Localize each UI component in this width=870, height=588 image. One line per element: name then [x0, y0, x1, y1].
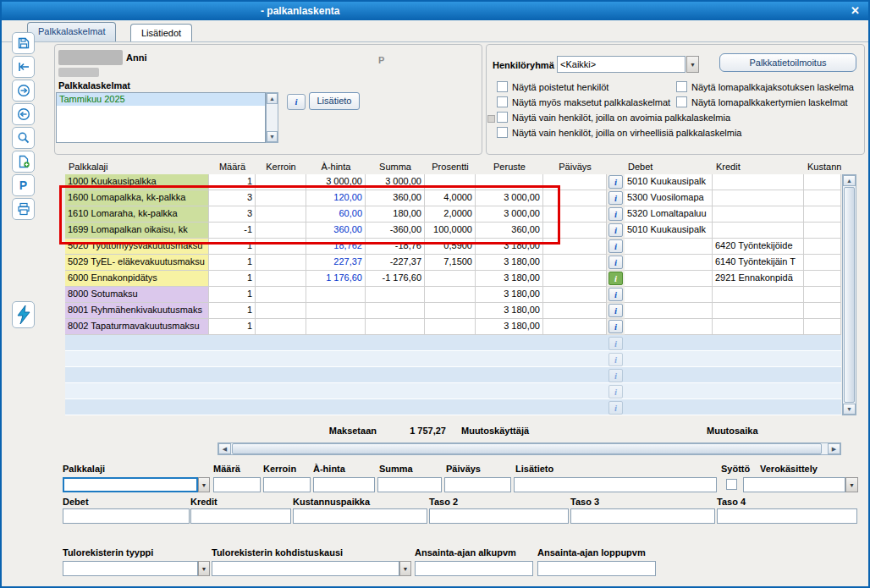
- lightning-button[interactable]: [12, 301, 35, 328]
- row-info-button[interactable]: i: [608, 256, 623, 269]
- checkbox-icon[interactable]: [676, 81, 687, 92]
- scroll-down-icon[interactable]: ▼: [267, 131, 278, 142]
- empty-table-row[interactable]: i: [65, 399, 841, 415]
- form-summa-input[interactable]: [377, 477, 442, 492]
- checkbox-icon[interactable]: [497, 112, 508, 123]
- row-info-button[interactable]: i: [608, 272, 623, 285]
- form-ansainta-alkupvm-input[interactable]: [415, 561, 533, 576]
- form-paivays-input[interactable]: [444, 477, 511, 492]
- row-info-button[interactable]: i: [608, 304, 623, 317]
- checkbox-lomapalkkakertymat[interactable]: Näytä lomapalkkakertymien laskelmat: [676, 96, 848, 107]
- table-row[interactable]: 1699 Lomapalkan oikaisu, kk-1360,00-360,…: [65, 223, 841, 239]
- form-tulorekisterin-tyyppi-select[interactable]: [63, 561, 198, 576]
- table-vertical-scrollbar[interactable]: ▲ ▼: [842, 174, 856, 415]
- print-button[interactable]: [12, 198, 35, 220]
- form-tulorekisterin-kohdistuskausi-select[interactable]: [212, 561, 399, 576]
- checkbox-icon[interactable]: [676, 96, 687, 107]
- scroll-up-icon[interactable]: ▲: [843, 175, 856, 186]
- row-info-button[interactable]: i: [608, 207, 623, 221]
- table-row[interactable]: 8000 Sotumaksu13 180,00i: [65, 287, 841, 303]
- row-info-button[interactable]: i: [608, 288, 623, 301]
- table-horizontal-scrollbar[interactable]: ◀ ▶: [218, 442, 841, 455]
- column-header[interactable]: Kustannu: [804, 161, 841, 174]
- lisatieto-button[interactable]: Lisätieto: [309, 92, 360, 110]
- scrollbar-thumb[interactable]: [844, 187, 855, 403]
- back-button[interactable]: [12, 103, 35, 125]
- table-row[interactable]: 1000 Kuukausipalkka13 000,003 000,00i501…: [65, 174, 841, 190]
- scroll-right-icon[interactable]: ▶: [828, 443, 840, 454]
- form-kerroin-input[interactable]: [263, 477, 311, 492]
- form-ahinta-input[interactable]: [313, 477, 375, 492]
- empty-table-row[interactable]: i: [65, 335, 841, 351]
- p-button[interactable]: P: [12, 174, 35, 196]
- table-row[interactable]: 6000 Ennakonpidätys11 176,60-1 176,603 1…: [65, 271, 841, 287]
- save-button[interactable]: [12, 32, 35, 54]
- tab-palkkalaskelmat[interactable]: Palkkalaskelmat: [27, 22, 116, 41]
- table-row[interactable]: 1600 Lomapalkka, kk-palkka3120,00360,004…: [65, 190, 841, 206]
- column-header[interactable]: Kerroin: [256, 161, 306, 174]
- tab-lisatiedot[interactable]: Lisätiedot: [130, 24, 192, 41]
- table-row[interactable]: 8001 Ryhmähenkivakuutusmaks13 180,00i: [65, 303, 841, 319]
- empty-table-row[interactable]: i: [65, 383, 841, 399]
- form-maara-input[interactable]: [213, 477, 261, 492]
- form-palkkalaji-dropdown-icon[interactable]: ▼: [198, 477, 210, 492]
- column-header[interactable]: Debet: [625, 161, 713, 174]
- checkbox-lomapalkkajaksotus[interactable]: Näytä lomapalkkajaksotuksen laskelma: [676, 81, 854, 92]
- close-icon[interactable]: ✕: [851, 4, 860, 17]
- forward-button[interactable]: [12, 80, 35, 102]
- checkbox-icon[interactable]: [497, 81, 508, 92]
- form-verokasittely-select[interactable]: [743, 477, 845, 492]
- table-row[interactable]: 1610 Lomaraha, kk-palkka360,00180,002,00…: [65, 206, 841, 223]
- form-lisatieto-input[interactable]: [514, 477, 717, 492]
- form-kustannuspaikka-input[interactable]: [293, 508, 427, 524]
- row-info-button[interactable]: i: [608, 191, 623, 205]
- henkiloryhma-select[interactable]: <Kaikki>: [557, 56, 686, 73]
- checkbox-myos-maksetut[interactable]: Näytä myös maksetut palkkalaskelmat: [497, 96, 670, 107]
- checkbox-naytä-poistetut[interactable]: Näytä poistetut henkilöt: [497, 81, 608, 92]
- scroll-left-icon[interactable]: ◀: [218, 443, 231, 454]
- row-info-button[interactable]: i: [608, 223, 623, 237]
- form-syotto-checkbox[interactable]: [726, 479, 737, 490]
- empty-table-row[interactable]: i: [65, 367, 841, 383]
- column-header[interactable]: Palkkalaji: [65, 161, 209, 174]
- form-ansainta-loppupvm-input[interactable]: [537, 561, 656, 576]
- new-document-button[interactable]: [12, 151, 35, 173]
- form-taso2-input[interactable]: [429, 508, 569, 524]
- form-tulorekisterin-kohdistuskausi-dropdown-icon[interactable]: ▼: [399, 561, 411, 576]
- checkbox-icon[interactable]: [497, 96, 508, 107]
- scrollbar-thumb[interactable]: [232, 443, 822, 454]
- column-header[interactable]: Päiväys: [543, 161, 607, 174]
- form-debet-input[interactable]: [63, 508, 190, 524]
- table-row[interactable]: 5020 Työttömyysvakuutusmaksu118,762-18,7…: [65, 239, 841, 255]
- column-header[interactable]: Peruste: [476, 161, 543, 174]
- column-header[interactable]: Summa: [366, 161, 425, 174]
- form-taso3-input[interactable]: [570, 508, 715, 524]
- payslip-list-scrollbar[interactable]: ▲ ▼: [266, 92, 278, 143]
- scroll-up-icon[interactable]: ▲: [267, 93, 278, 104]
- form-taso4-input[interactable]: [717, 508, 857, 524]
- form-palkkalaji-input[interactable]: [63, 477, 198, 492]
- checkbox-icon[interactable]: [497, 127, 508, 138]
- column-header[interactable]: Prosentti: [425, 161, 476, 174]
- undo-button[interactable]: [12, 56, 35, 78]
- table-row[interactable]: 5029 TyEL- eläkevakuutusmaksu1227,37-227…: [65, 255, 841, 271]
- payslip-listbox[interactable]: Tammikuu 2025: [56, 92, 266, 143]
- scroll-down-icon[interactable]: ▼: [843, 404, 856, 415]
- form-verokasittely-dropdown-icon[interactable]: ▼: [845, 477, 858, 492]
- row-info-button[interactable]: i: [608, 239, 623, 253]
- checkbox-avoimia-laskelmia[interactable]: Näytä vain henkilöt, joilla on avoimia p…: [497, 112, 730, 123]
- henkiloryhma-dropdown-icon[interactable]: ▼: [686, 56, 699, 73]
- checkbox-virheellisia-laskelmia[interactable]: Näytä vain henkilöt, joilla on virheelli…: [497, 127, 741, 138]
- form-kredit-input[interactable]: [190, 508, 291, 524]
- form-tulorekisterin-tyyppi-dropdown-icon[interactable]: ▼: [198, 561, 210, 576]
- search-button[interactable]: [12, 127, 35, 149]
- table-row[interactable]: 8002 Tapaturmavakuutusmaksu13 180,00i: [65, 319, 841, 335]
- row-info-button[interactable]: i: [608, 320, 623, 333]
- column-header[interactable]: Kredit: [713, 161, 804, 174]
- column-header[interactable]: Määrä: [209, 161, 256, 174]
- empty-table-row[interactable]: i: [65, 351, 841, 367]
- row-info-button[interactable]: i: [608, 175, 623, 189]
- payslip-info-button[interactable]: i: [287, 94, 306, 110]
- payslip-list-item-selected[interactable]: Tammikuu 2025: [57, 93, 265, 106]
- palkkatietoilmoitus-button[interactable]: Palkkatietoilmoitus: [719, 53, 856, 72]
